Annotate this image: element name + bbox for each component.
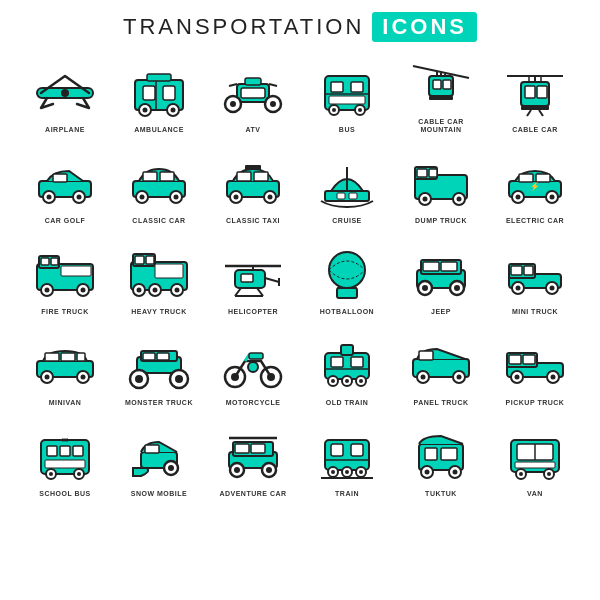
svg-point-106 — [153, 287, 158, 292]
svg-rect-195 — [145, 445, 159, 453]
icon-label: FIRE TRUCK — [41, 308, 88, 316]
icon-label: CABLE CAR — [512, 126, 558, 134]
icon-label: OLD TRAIN — [326, 399, 369, 407]
svg-line-114 — [235, 288, 241, 296]
svg-point-1 — [61, 89, 69, 97]
classic-car-icon — [123, 153, 195, 215]
icon-label: AMBULANCE — [134, 126, 184, 134]
svg-rect-93 — [61, 266, 91, 276]
icon-label: TRAIN — [335, 490, 359, 498]
svg-line-115 — [257, 288, 263, 296]
svg-point-15 — [230, 101, 236, 107]
svg-rect-83 — [536, 174, 550, 182]
list-item: MOTORCYCLE — [208, 322, 298, 409]
svg-rect-13 — [241, 88, 265, 98]
svg-rect-11 — [147, 74, 171, 81]
list-item: HEAVY TRUCK — [114, 232, 204, 319]
fire-truck-icon — [29, 244, 101, 306]
icon-label: CLASSIC CAR — [132, 217, 185, 225]
icons-grid: AIRPLANE + AMBULANCE — [10, 50, 590, 500]
list-item: CABLE CAR — [490, 50, 580, 137]
svg-rect-200 — [235, 444, 249, 453]
svg-point-163 — [331, 379, 335, 383]
header-title: TRANSPORTATION — [123, 14, 364, 40]
icon-label: ADVENTURE CAR — [219, 490, 286, 498]
svg-point-117 — [329, 252, 365, 288]
svg-point-66 — [234, 195, 239, 200]
page-header: TRANSPORTATION ICONS — [123, 0, 477, 50]
svg-point-222 — [425, 469, 430, 474]
svg-point-134 — [516, 285, 521, 290]
svg-rect-132 — [524, 266, 533, 275]
icon-label: SNOW MOBILE — [131, 490, 187, 498]
svg-rect-160 — [331, 357, 343, 367]
electric-car-icon: ⚡ — [499, 153, 571, 215]
svg-rect-100 — [135, 256, 144, 264]
svg-rect-161 — [351, 357, 363, 367]
svg-rect-62 — [237, 172, 251, 181]
airplane-icon — [29, 62, 101, 124]
list-item: CAR GOLF — [20, 141, 110, 228]
svg-rect-49 — [53, 174, 67, 182]
tuktuk-icon — [405, 426, 477, 488]
svg-rect-208 — [331, 444, 343, 456]
svg-rect-148 — [157, 353, 169, 360]
svg-point-232 — [547, 472, 551, 476]
svg-rect-55 — [143, 172, 157, 181]
svg-rect-82 — [519, 174, 533, 182]
list-item: HELICOPTER — [208, 232, 298, 319]
svg-point-214 — [345, 470, 349, 474]
svg-point-216 — [359, 470, 363, 474]
list-item: CRUISE — [302, 141, 392, 228]
svg-point-224 — [453, 469, 458, 474]
svg-point-167 — [359, 379, 363, 383]
svg-rect-71 — [337, 193, 345, 199]
icon-label: VAN — [527, 490, 543, 498]
svg-rect-33 — [443, 80, 451, 89]
classic-taxi-icon — [217, 153, 289, 215]
icon-label: CAR GOLF — [45, 217, 86, 225]
list-item: JEEP — [396, 232, 486, 319]
list-item: OLD TRAIN — [302, 322, 392, 409]
svg-rect-4 — [163, 86, 175, 100]
svg-rect-75 — [417, 169, 427, 177]
minivan-icon — [29, 335, 101, 397]
svg-rect-139 — [61, 353, 75, 361]
icon-label: CLASSIC TAXI — [226, 217, 280, 225]
list-item: + AMBULANCE — [114, 50, 204, 137]
svg-rect-185 — [47, 446, 57, 456]
svg-rect-228 — [515, 462, 555, 468]
svg-rect-40 — [525, 86, 535, 98]
list-item: SNOW MOBILE — [114, 413, 204, 500]
svg-point-108 — [175, 287, 180, 292]
mini-truck-icon — [499, 244, 571, 306]
train-icon — [311, 426, 383, 488]
svg-rect-220 — [441, 448, 457, 460]
list-item: MINIVAN — [20, 322, 110, 409]
list-item: ATV — [208, 50, 298, 137]
list-item: MINI TRUCK — [490, 232, 580, 319]
svg-rect-56 — [160, 172, 174, 181]
svg-point-175 — [457, 374, 462, 379]
icon-label: PANEL TRUCK — [413, 399, 468, 407]
list-item: VAN — [490, 413, 580, 500]
svg-rect-22 — [331, 82, 343, 92]
helicopter-icon — [217, 244, 289, 306]
icon-label: HOTBALLOON — [320, 308, 374, 316]
icon-label: BUS — [339, 126, 355, 134]
svg-point-203 — [234, 467, 240, 473]
svg-rect-157 — [249, 353, 263, 359]
svg-point-192 — [77, 472, 81, 476]
svg-point-51 — [47, 195, 52, 200]
svg-rect-92 — [51, 258, 58, 265]
svg-rect-219 — [425, 448, 437, 460]
svg-point-78 — [423, 197, 428, 202]
list-item: HOTBALLOON — [302, 232, 392, 319]
svg-point-142 — [45, 374, 50, 379]
icon-label: MINI TRUCK — [512, 308, 558, 316]
svg-line-47 — [539, 110, 543, 116]
icon-label: JEEP — [431, 308, 451, 316]
svg-point-53 — [77, 195, 82, 200]
svg-point-8 — [143, 108, 148, 113]
svg-point-10 — [171, 108, 176, 113]
